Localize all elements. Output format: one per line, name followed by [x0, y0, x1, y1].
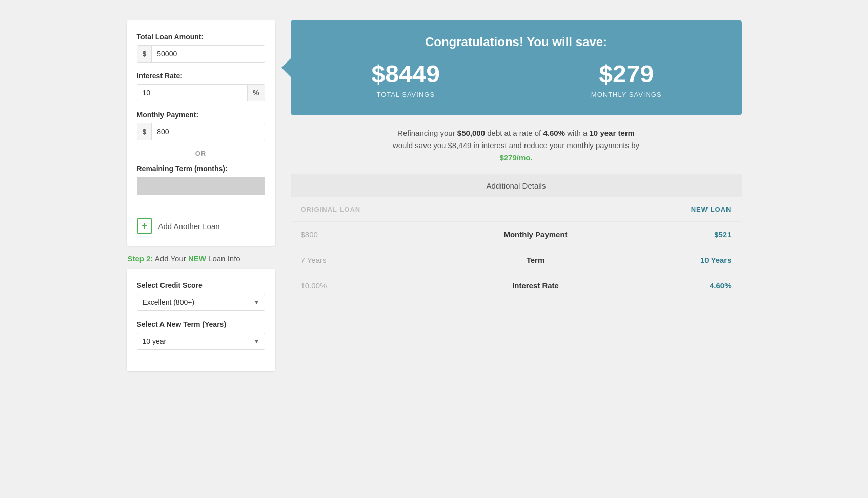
- td-label: Term: [451, 247, 620, 273]
- col-original-header: ORIGINAL LOAN: [291, 197, 452, 222]
- col-middle-header: [451, 197, 620, 222]
- term-select-wrapper: 5 year 7 year 10 year 15 year 20 year 30…: [137, 333, 265, 350]
- td-original: 10.00%: [291, 273, 452, 299]
- table-row: $800 Monthly Payment $521: [291, 222, 742, 247]
- monthly-savings-amount: $279: [527, 62, 726, 87]
- td-new: 4.60%: [620, 273, 742, 299]
- monthly-savings-label: MONTHLY SAVINGS: [527, 91, 726, 98]
- monthly-payment-input[interactable]: [152, 123, 264, 140]
- td-label: Monthly Payment: [451, 222, 620, 247]
- step2-number: Step 2:: [128, 254, 153, 263]
- monthly-savings-col: $279 MONTHLY SAVINGS: [527, 62, 726, 98]
- savings-banner: Congratulations! You will save: $8449 TO…: [291, 20, 742, 115]
- monthly-payment-prefix: $: [137, 123, 152, 140]
- add-another-loan-button[interactable]: + Add Another Loan: [137, 218, 220, 234]
- loan-amount-label: Total Loan Amount:: [137, 33, 265, 41]
- monthly-payment-label: Monthly Payment:: [137, 111, 265, 119]
- interest-rate-suffix: %: [247, 85, 264, 101]
- table-row: 7 Years Term 10 Years: [291, 247, 742, 273]
- td-label: Interest Rate: [451, 273, 620, 299]
- remaining-term-label: Remaining Term (months):: [137, 164, 265, 173]
- step2-new-word: NEW: [188, 254, 206, 263]
- new-loan-card: Select Credit Score Excellent (800+) Ver…: [127, 269, 275, 371]
- loan-amount-input[interactable]: [152, 46, 264, 62]
- remaining-term-input[interactable]: [137, 177, 265, 195]
- interest-rate-input[interactable]: [137, 85, 248, 101]
- description-text: Refinancing your $50,000 debt at a rate …: [291, 127, 742, 164]
- loan-amount-group: $: [137, 45, 265, 63]
- credit-score-label: Select Credit Score: [137, 281, 265, 289]
- plus-icon: +: [137, 218, 152, 234]
- add-loan-label: Add Another Loan: [158, 222, 220, 231]
- additional-details-header: Additional Details: [291, 174, 742, 197]
- total-savings-label: TOTAL SAVINGS: [306, 91, 506, 98]
- credit-score-select-wrapper: Excellent (800+) Very Good (740-799) Goo…: [137, 294, 265, 311]
- desc-monthly: $279/mo.: [499, 153, 532, 162]
- td-original: 7 Years: [291, 247, 452, 273]
- right-panel: Congratulations! You will save: $8449 TO…: [291, 20, 742, 380]
- step2-text: Add Your NEW Loan Info: [155, 254, 240, 263]
- step2-label: Step 2: Add Your NEW Loan Info: [127, 254, 275, 263]
- monthly-payment-group: $: [137, 123, 265, 140]
- td-new: 10 Years: [620, 247, 742, 273]
- or-divider: OR: [137, 150, 265, 157]
- loan-info-card: Total Loan Amount: $ Interest Rate: % Mo…: [127, 20, 275, 246]
- left-panel: Total Loan Amount: $ Interest Rate: % Mo…: [127, 20, 275, 380]
- td-original: $800: [291, 222, 452, 247]
- table-row: 10.00% Interest Rate 4.60%: [291, 273, 742, 299]
- table-header-row: ORIGINAL LOAN NEW LOAN: [291, 197, 742, 222]
- desc-term: 10 year term: [590, 129, 635, 137]
- col-new-header: NEW LOAN: [620, 197, 742, 222]
- term-label: Select A New Term (Years): [137, 320, 265, 328]
- td-new: $521: [620, 222, 742, 247]
- total-savings-amount: $8449: [306, 62, 506, 87]
- banner-title: Congratulations! You will save:: [306, 35, 726, 49]
- savings-divider: [516, 59, 516, 100]
- desc-amount: $50,000: [457, 129, 485, 137]
- card-divider: [137, 210, 265, 210]
- total-savings-col: $8449 TOTAL SAVINGS: [306, 62, 506, 98]
- credit-score-select[interactable]: Excellent (800+) Very Good (740-799) Goo…: [137, 294, 265, 311]
- interest-rate-group: %: [137, 84, 265, 101]
- interest-rate-label: Interest Rate:: [137, 72, 265, 80]
- term-select[interactable]: 5 year 7 year 10 year 15 year 20 year 30…: [137, 333, 265, 350]
- savings-row: $8449 TOTAL SAVINGS $279 MONTHLY SAVINGS: [306, 59, 726, 100]
- desc-rate: 4.60%: [543, 129, 565, 137]
- details-table: ORIGINAL LOAN NEW LOAN $800 Monthly Paym…: [291, 197, 742, 298]
- loan-amount-prefix: $: [137, 46, 152, 62]
